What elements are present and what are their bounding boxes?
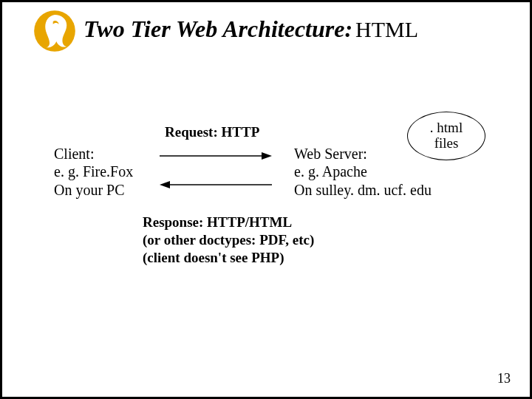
response-block: Response: HTTP/HTML (or other doctypes: … [143, 214, 314, 266]
slide-container: Two Tier Web Architecture:HTML Client: e… [0, 0, 532, 399]
server-line2: e. g. Apache [294, 163, 432, 180]
request-arrow-icon [160, 151, 272, 161]
response-line2: (or other doctypes: PDF, etc) [143, 231, 314, 249]
slide-title: Two Tier Web Architecture:HTML [83, 16, 418, 43]
client-line3: On your PC [54, 181, 133, 199]
ucf-logo-icon [33, 10, 76, 52]
client-line1: Client: [54, 145, 133, 163]
response-line1: Response: HTTP/HTML [143, 214, 314, 231]
html-files-ellipse: . html files [407, 112, 485, 160]
svg-marker-2 [262, 152, 272, 160]
title-sub: HTML [355, 17, 418, 41]
server-line1: Web Server: [294, 145, 432, 163]
response-arrow-icon [160, 180, 272, 190]
title-main: Two Tier Web Architecture: [83, 16, 352, 42]
server-block: Web Server: e. g. Apache On sulley. dm. … [294, 145, 432, 199]
client-block: Client: e. g. Fire.Fox On your PC [54, 145, 133, 199]
response-line3: (client doesn't see PHP) [143, 249, 314, 267]
svg-marker-4 [160, 181, 170, 188]
files-line1: . html [430, 120, 463, 136]
files-line2: files [434, 136, 459, 151]
server-line3: On sulley. dm. ucf. edu [294, 181, 432, 199]
client-line2: e. g. Fire.Fox [54, 163, 133, 180]
page-number: 13 [497, 371, 511, 386]
request-label: Request: HTTP [165, 124, 259, 140]
